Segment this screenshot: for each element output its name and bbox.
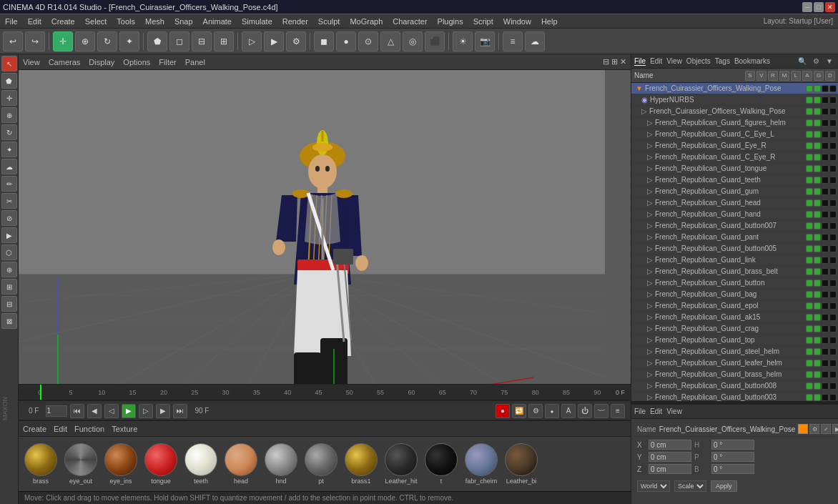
rp-settings-icon[interactable]: ⚙: [810, 56, 822, 67]
prev-keyframe-button[interactable]: ◁: [104, 404, 119, 418]
rp-collapse-icon[interactable]: ▼: [824, 56, 835, 67]
keyframe-button[interactable]: ⬥: [545, 404, 559, 418]
menu-edit[interactable]: Edit: [26, 17, 44, 26]
sky-button[interactable]: ☁: [525, 31, 545, 51]
object-color-swatch[interactable]: [798, 424, 808, 434]
lt-paint-tool[interactable]: ✏: [1, 176, 17, 192]
cone-button[interactable]: △: [380, 31, 400, 51]
material-brass1[interactable]: brass1: [343, 443, 379, 485]
menu-mesh[interactable]: Mesh: [143, 17, 167, 26]
world-dropdown[interactable]: World: [637, 480, 670, 492]
lt-joint-tool[interactable]: ✦: [1, 142, 17, 157]
scene-tree[interactable]: ▼ French_Cuirassier_Officers_Walking_Pos…: [631, 83, 838, 401]
timeline-ruler[interactable]: 0 5 10 15 20 25 30 35 40 45 50 55 60 65 …: [19, 385, 631, 400]
y-pos-input[interactable]: [649, 452, 691, 462]
material-hnd[interactable]: hnd: [263, 443, 299, 485]
menu-mograph[interactable]: MoGraph: [347, 17, 385, 26]
material-pt[interactable]: pt: [303, 443, 339, 485]
tree-item-5[interactable]: ▷ French_Republican_Guard_tongue: [631, 163, 838, 174]
rp-tab-view[interactable]: View: [666, 57, 682, 66]
menu-simulate[interactable]: Simulate: [240, 17, 275, 26]
vt-view[interactable]: View: [23, 58, 40, 66]
z-pos-input[interactable]: [649, 464, 691, 474]
tree-item-1[interactable]: ▷ French_Republican_Guard_figures_helm: [631, 117, 838, 129]
lt-play-tool[interactable]: ▶: [1, 227, 17, 243]
mt-edit[interactable]: Edit: [54, 425, 67, 433]
scale-dropdown[interactable]: Scale: [674, 480, 706, 492]
tree-item-25[interactable]: ▷ French_Republican_Guard_button003: [631, 392, 838, 401]
polygons-mode-button[interactable]: ⊟: [192, 31, 212, 51]
tree-item-13[interactable]: ▷ French_Republican_Guard_link: [631, 255, 838, 266]
render-settings-button[interactable]: ⚙: [286, 31, 306, 51]
tree-item-21[interactable]: ▷ French_Republican_Guard_steel_helm: [631, 346, 838, 357]
torus-button[interactable]: ◎: [403, 31, 423, 51]
x-pos-input[interactable]: [649, 440, 691, 450]
prop-tab-view[interactable]: View: [666, 407, 682, 415]
edges-mode-button[interactable]: ◻: [169, 31, 189, 51]
material-teeth[interactable]: teeth: [183, 443, 219, 485]
tree-item-10[interactable]: ▷ French_Republican_Guard_button007: [631, 220, 838, 232]
menu-file[interactable]: File: [3, 17, 20, 26]
menu-tools[interactable]: Tools: [114, 17, 137, 26]
go-to-end-button[interactable]: ⏭: [173, 404, 187, 418]
vt-filter[interactable]: Filter: [159, 58, 176, 66]
rp-tab-tags[interactable]: Tags: [715, 57, 730, 66]
rp-tab-edit[interactable]: Edit: [650, 57, 662, 66]
tree-item-8[interactable]: ▷ French_Republican_Guard_head: [631, 197, 838, 209]
render-button[interactable]: ▶: [264, 31, 284, 51]
render-view-button[interactable]: ▷: [242, 31, 262, 51]
maximize-button[interactable]: □: [814, 2, 824, 12]
material-leather-bi[interactable]: Leather_bi: [503, 443, 539, 485]
tree-item-3[interactable]: ▷ French_Republican_Guard_Eye_R: [631, 140, 838, 152]
tree-item-6[interactable]: ▷ French_Republican_Guard_teeth: [631, 174, 838, 186]
tree-item-4[interactable]: ▷ French_Republican_Guard_C_Eye_R: [631, 152, 838, 163]
tree-item-root[interactable]: ▼ French_Cuirassier_Officers_Walking_Pos…: [631, 83, 838, 94]
transform-tool-button[interactable]: ✦: [119, 31, 139, 51]
menu-render[interactable]: Render: [280, 17, 310, 26]
camera-button[interactable]: 📷: [475, 31, 495, 51]
go-to-start-button[interactable]: ⏮: [70, 404, 84, 418]
move-tool-button[interactable]: ✛: [53, 31, 73, 51]
prev-frame-button[interactable]: ◀: [87, 404, 102, 418]
cylinder-button[interactable]: ⊙: [358, 31, 378, 51]
lt-x-tool[interactable]: ⊠: [1, 313, 17, 329]
material-t[interactable]: t: [423, 443, 459, 485]
p-input[interactable]: [711, 452, 754, 462]
name-icon-1[interactable]: ⚙: [809, 424, 819, 434]
points-mode-button[interactable]: ⬟: [147, 31, 167, 51]
tree-item-0[interactable]: ▷ French_Cuirassier_Officers_Walking_Pos…: [631, 106, 838, 117]
lt-hex-tool[interactable]: ⬡: [1, 244, 17, 260]
material-eye-ins[interactable]: eye_ins: [103, 443, 139, 485]
undo-button[interactable]: ↩: [3, 31, 23, 51]
tree-item-17[interactable]: ▷ French_Republican_Guard_epol: [631, 300, 838, 312]
menu-window[interactable]: Window: [501, 17, 533, 26]
timeline-playhead[interactable]: [40, 385, 41, 400]
prop-tab-edit[interactable]: Edit: [650, 407, 662, 415]
mt-texture[interactable]: Texture: [112, 425, 137, 433]
menu-character[interactable]: Character: [390, 17, 429, 26]
tree-item-22[interactable]: ▷ French_Republican_Guard_leafer_helm: [631, 357, 838, 369]
menu-script[interactable]: Script: [471, 17, 496, 26]
material-brass[interactable]: brass: [23, 443, 59, 485]
menu-create[interactable]: Create: [49, 17, 77, 26]
vt-cameras[interactable]: Cameras: [49, 58, 81, 66]
tree-item-18[interactable]: ▷ French_Republican_Guard_ak15: [631, 312, 838, 323]
material-leather-hit[interactable]: Leather_hit: [383, 443, 419, 485]
tree-item-15[interactable]: ▷ French_Republican_Guard_button: [631, 277, 838, 289]
h-input[interactable]: [711, 440, 754, 450]
tree-item-12[interactable]: ▷ French_Republican_Guard_button005: [631, 243, 838, 255]
motion-path-button[interactable]: 〰: [594, 404, 608, 418]
menu-animate[interactable]: Animate: [201, 17, 234, 26]
rp-tab-bookmarks[interactable]: Bookmarks: [734, 57, 770, 66]
menu-help[interactable]: Help: [539, 17, 560, 26]
name-icon-3[interactable]: ▶: [832, 424, 838, 434]
tree-item-23[interactable]: ▷ French_Republican_Guard_brass_helm: [631, 369, 838, 380]
viewport[interactable]: Perspective: [19, 70, 631, 384]
loop-button[interactable]: 🔁: [512, 404, 526, 418]
tree-item-20[interactable]: ▷ French_Republican_Guard_top: [631, 335, 838, 346]
vt-panel[interactable]: Panel: [185, 58, 205, 66]
play-button[interactable]: ▶: [122, 404, 136, 418]
lt-select-tool[interactable]: ⬟: [1, 73, 17, 89]
lt-plus-tool[interactable]: ⊞: [1, 279, 17, 295]
object-mode-button[interactable]: ⊞: [214, 31, 234, 51]
